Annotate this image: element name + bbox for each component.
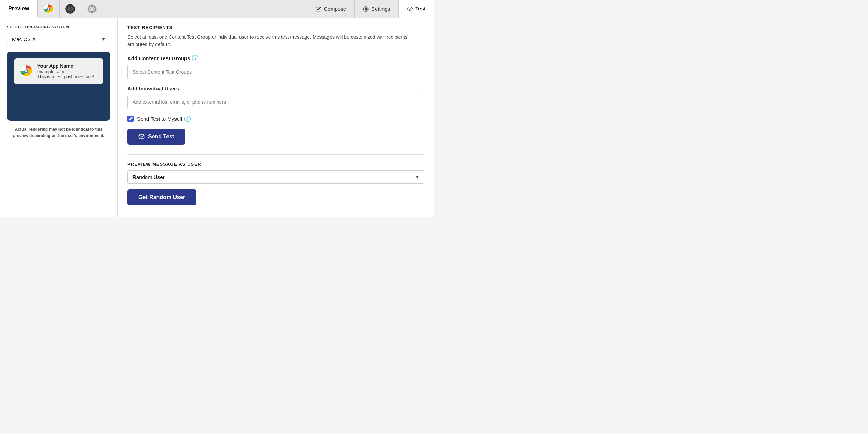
right-panel: TEST RECIPIENTS Select at least one Cont… — [118, 18, 434, 217]
settings-tab-label: Settings — [371, 6, 390, 12]
chrome-notification-icon — [19, 64, 33, 78]
compose-tab-label: Compose — [324, 6, 346, 12]
tab-test[interactable]: Test — [399, 0, 434, 18]
send-to-myself-row: Send Test to Myself ? — [127, 116, 424, 122]
opera-icon — [87, 4, 97, 14]
left-panel: SELECT OPERATING SYSTEM Mac OS X Windows… — [0, 18, 118, 217]
tab-compose[interactable]: Compose — [307, 0, 355, 18]
add-content-test-groups-label: Add Content Test Groups ? — [127, 55, 424, 61]
chrome-icon — [43, 4, 54, 14]
svg-point-21 — [25, 70, 28, 73]
send-test-button[interactable]: Send Test — [127, 129, 185, 145]
os-section-label: SELECT OPERATING SYSTEM — [7, 25, 110, 29]
disclaimer-text: Actual rendering may not be identical to… — [7, 126, 110, 139]
notification-text: Your App Name example.com This is a test… — [37, 63, 98, 79]
preview-tab-label: Preview — [8, 6, 29, 12]
svg-point-18 — [409, 8, 410, 9]
firefox-dark-icon — [65, 4, 75, 14]
preview-message-as-user-title: PREVIEW MESSAGE AS USER — [127, 162, 424, 167]
os-select-wrapper: Mac OS X Windows Android iOS ▼ — [7, 33, 110, 46]
content-test-groups-input[interactable] — [127, 65, 424, 79]
eye-icon — [407, 6, 413, 11]
tab-bar: Preview — [0, 0, 434, 18]
svg-point-3 — [48, 8, 49, 10]
section-divider — [127, 154, 424, 155]
tab-opera[interactable] — [81, 0, 103, 18]
pencil-icon — [316, 6, 321, 12]
tab-firefox-dark[interactable] — [60, 0, 81, 18]
test-tab-label: Test — [415, 6, 426, 11]
notification-domain: example.com — [37, 69, 98, 74]
notification-app-name: Your App Name — [37, 63, 98, 69]
preview-user-select-wrapper: Random User Specific User ▼ — [127, 170, 424, 184]
preview-area: Your App Name example.com This is a test… — [7, 52, 110, 121]
send-to-myself-help-icon[interactable]: ? — [184, 116, 191, 122]
add-individual-users-label: Add Individual Users — [127, 85, 424, 91]
send-to-myself-label: Send Test to Myself ? — [137, 116, 191, 122]
os-select[interactable]: Mac OS X Windows Android iOS — [7, 33, 110, 46]
gear-icon — [363, 6, 369, 12]
test-recipients-title: TEST RECIPIENTS — [127, 25, 424, 30]
individual-users-input[interactable] — [127, 95, 424, 109]
notification-card: Your App Name example.com This is a test… — [14, 58, 103, 84]
tab-chrome[interactable] — [38, 0, 60, 18]
tab-settings[interactable]: Settings — [355, 0, 399, 18]
test-recipients-desc: Select at least one Content Test Group o… — [127, 34, 424, 48]
envelope-icon — [138, 134, 145, 140]
svg-point-17 — [365, 8, 367, 10]
content-test-groups-help-icon[interactable]: ? — [192, 55, 198, 61]
tab-spacer — [103, 0, 307, 18]
get-random-user-button[interactable]: Get Random User — [127, 189, 196, 205]
main-content: SELECT OPERATING SYSTEM Mac OS X Windows… — [0, 18, 434, 217]
send-to-myself-checkbox[interactable] — [127, 116, 134, 122]
preview-user-select[interactable]: Random User Specific User — [127, 170, 424, 184]
tab-preview[interactable]: Preview — [0, 0, 38, 18]
notification-message: This is a test push message! — [37, 74, 98, 79]
